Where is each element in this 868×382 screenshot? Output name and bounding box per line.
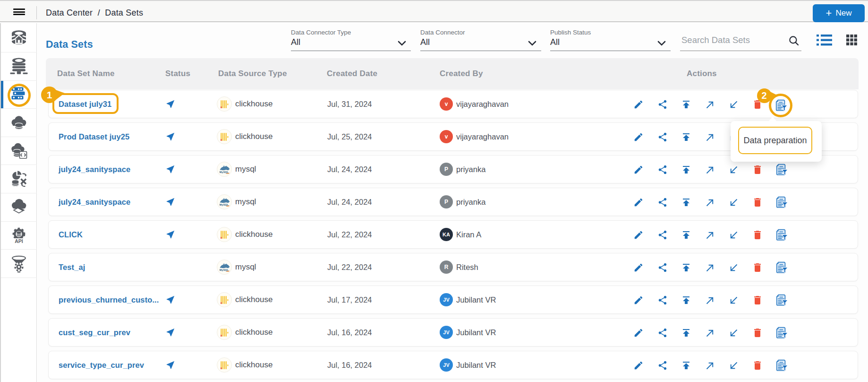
svg-text:API: API bbox=[15, 238, 23, 244]
svg-text:MySQL: MySQL bbox=[220, 171, 229, 174]
svg-text:MySQL: MySQL bbox=[220, 203, 229, 206]
svg-text:MySQL: MySQL bbox=[220, 269, 229, 271]
